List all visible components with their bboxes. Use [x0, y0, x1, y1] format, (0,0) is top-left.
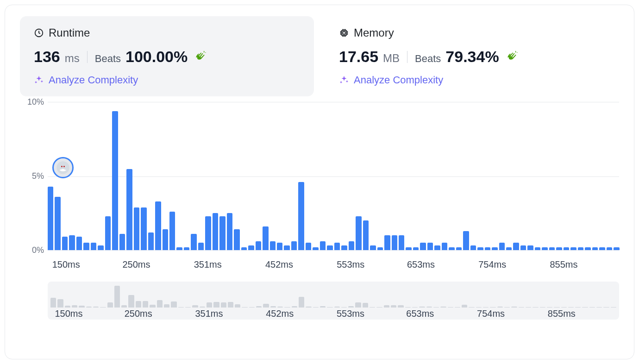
histogram-bar[interactable]	[241, 247, 247, 250]
histogram-bar[interactable]	[48, 187, 53, 250]
histogram-bar[interactable]	[313, 247, 318, 250]
histogram-bar[interactable]	[277, 243, 282, 250]
histogram-bar[interactable]	[585, 247, 590, 250]
mini-histogram-bar	[547, 307, 552, 308]
histogram-bar[interactable]	[413, 247, 419, 250]
histogram-bar[interactable]	[356, 216, 361, 250]
histogram-bar[interactable]	[607, 247, 612, 250]
mini-histogram-bar	[440, 307, 446, 308]
histogram-bar[interactable]	[270, 241, 276, 250]
mini-histogram-bar	[136, 301, 141, 308]
histogram-bar[interactable]	[213, 213, 218, 250]
histogram-bar[interactable]	[549, 247, 555, 250]
histogram-bar[interactable]	[306, 243, 311, 250]
histogram-bar[interactable]	[527, 245, 533, 250]
histogram-bar[interactable]	[126, 169, 132, 250]
histogram-bar[interactable]	[91, 243, 96, 250]
x-tick: 553ms	[337, 259, 364, 270]
histogram-bar[interactable]	[112, 111, 118, 250]
histogram-bar[interactable]	[69, 235, 75, 250]
histogram-bar[interactable]	[76, 237, 82, 250]
histogram-bar[interactable]	[370, 245, 376, 250]
histogram-bar[interactable]	[334, 243, 340, 250]
histogram-bar[interactable]	[492, 247, 497, 250]
histogram-bar[interactable]	[134, 207, 139, 251]
histogram-bar[interactable]	[434, 245, 440, 250]
histogram-bar[interactable]	[456, 247, 462, 250]
histogram-bar[interactable]	[399, 235, 404, 250]
histogram-bar[interactable]	[556, 247, 562, 250]
histogram-bar[interactable]	[542, 247, 547, 250]
memory-panel[interactable]: Memory 17.65 MB Beats 79.34% Analyze Com…	[325, 16, 619, 96]
histogram-bar[interactable]	[520, 245, 526, 250]
histogram-bar[interactable]	[105, 216, 111, 250]
histogram-bar[interactable]	[320, 241, 326, 250]
histogram-bar[interactable]	[341, 245, 347, 250]
svg-rect-2	[343, 31, 345, 34]
mini-histogram-bar	[150, 305, 155, 308]
mini-histogram-bar	[207, 302, 212, 308]
histogram-bar[interactable]	[55, 197, 60, 250]
histogram-bar[interactable]	[420, 243, 426, 250]
histogram-bar[interactable]	[176, 247, 182, 250]
histogram-bar[interactable]	[227, 213, 232, 250]
histogram-bar[interactable]	[564, 247, 569, 250]
histogram-bar[interactable]	[198, 243, 204, 250]
histogram-bar[interactable]	[291, 241, 297, 250]
histogram-bar[interactable]	[349, 241, 354, 250]
histogram-bar[interactable]	[578, 247, 583, 250]
histogram-bar[interactable]	[141, 207, 146, 251]
histogram-bar[interactable]	[377, 247, 383, 250]
histogram-bar[interactable]	[592, 247, 598, 250]
histogram-bar[interactable]	[363, 220, 369, 250]
memory-analyze-button[interactable]: Analyze Complexity	[339, 74, 605, 86]
histogram-bar[interactable]	[427, 243, 433, 250]
histogram-bar[interactable]	[392, 235, 397, 250]
mini-histogram-bar	[79, 306, 84, 308]
mini-histogram-bar	[341, 307, 347, 308]
histogram-bar[interactable]	[535, 247, 540, 250]
histogram-bar[interactable]	[263, 226, 268, 250]
histogram-bar[interactable]	[155, 201, 161, 250]
histogram-bar[interactable]	[256, 241, 261, 250]
histogram-bar[interactable]	[169, 212, 175, 250]
histogram-bar[interactable]	[98, 245, 103, 250]
x-tick: 250ms	[122, 259, 150, 270]
overview-minimap[interactable]: 150ms250ms351ms452ms553ms653ms754ms855ms	[48, 282, 619, 320]
histogram-bar[interactable]	[163, 229, 168, 250]
plot-area[interactable]	[48, 102, 619, 250]
histogram-bar[interactable]	[506, 247, 512, 250]
histogram-bar[interactable]	[477, 247, 483, 250]
histogram-bar[interactable]	[219, 216, 225, 250]
histogram-bar[interactable]	[83, 243, 89, 250]
mini-histogram-bar	[426, 307, 432, 308]
histogram-bar[interactable]	[191, 234, 196, 250]
histogram-bar[interactable]	[599, 247, 605, 250]
runtime-panel[interactable]: Runtime 136 ms Beats 100.00% Analyze Com…	[20, 16, 314, 96]
histogram-bar[interactable]	[234, 229, 239, 250]
histogram-bar[interactable]	[463, 231, 469, 250]
histogram-bar[interactable]	[499, 243, 505, 250]
mini-histogram-bar	[263, 304, 269, 308]
histogram-bar[interactable]	[148, 232, 154, 250]
runtime-analyze-button[interactable]: Analyze Complexity	[34, 74, 300, 86]
histogram-bar[interactable]	[184, 247, 189, 250]
histogram-bar[interactable]	[119, 234, 125, 250]
histogram-bar[interactable]	[406, 247, 411, 250]
histogram-bar[interactable]	[513, 243, 519, 250]
histogram-bar[interactable]	[470, 245, 476, 250]
histogram-bar[interactable]	[284, 245, 289, 250]
user-avatar-marker[interactable]	[52, 157, 74, 178]
histogram-bar[interactable]	[384, 235, 390, 250]
histogram-bar[interactable]	[570, 247, 576, 250]
histogram-bar[interactable]	[248, 245, 254, 250]
histogram-bar[interactable]	[614, 247, 619, 250]
mini-histogram-bar	[504, 307, 510, 308]
histogram-bar[interactable]	[205, 216, 211, 250]
histogram-bar[interactable]	[449, 247, 454, 250]
histogram-bar[interactable]	[62, 237, 68, 250]
histogram-bar[interactable]	[298, 182, 304, 250]
histogram-bar[interactable]	[327, 245, 332, 250]
histogram-bar[interactable]	[442, 243, 447, 250]
histogram-bar[interactable]	[485, 247, 490, 250]
